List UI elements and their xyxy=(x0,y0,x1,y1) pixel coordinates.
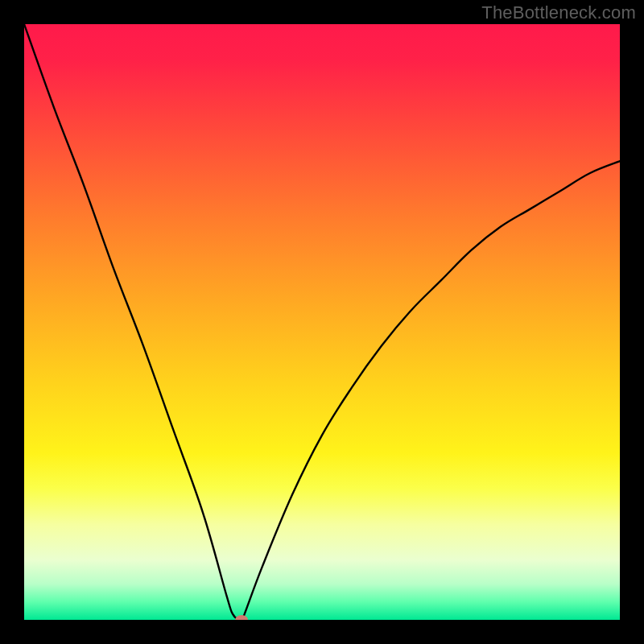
background-gradient xyxy=(24,24,620,620)
plot-area xyxy=(24,24,620,620)
chart-svg xyxy=(24,24,620,620)
watermark-text: TheBottleneck.com xyxy=(481,2,636,23)
chart-frame: TheBottleneck.com xyxy=(0,0,644,644)
